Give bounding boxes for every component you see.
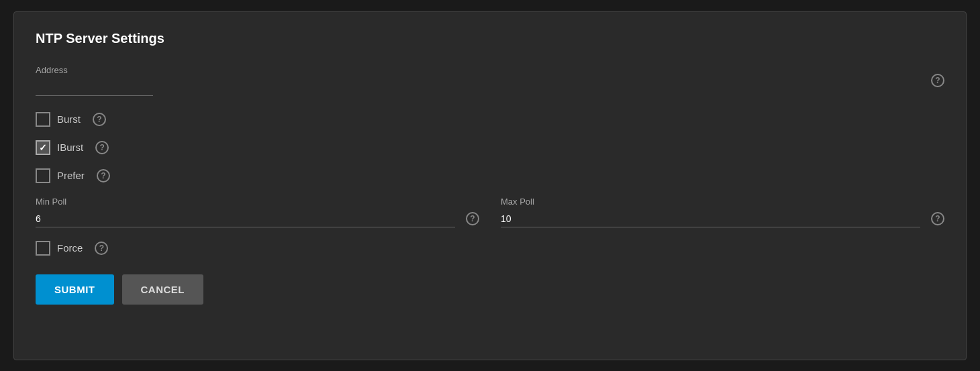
dialog-title: NTP Server Settings [36, 31, 944, 46]
min-poll-label: Min Poll [36, 197, 479, 207]
burst-row: Burst ? [36, 112, 944, 127]
min-poll-field: Min Poll ? [36, 197, 479, 227]
address-label: Address [36, 65, 920, 75]
burst-checkbox[interactable] [36, 112, 50, 127]
address-field-wrapper: Address [36, 65, 920, 96]
force-help-icon[interactable]: ? [95, 242, 108, 255]
prefer-label: Prefer [57, 170, 85, 181]
force-row: Force ? [36, 241, 944, 256]
prefer-checkbox[interactable] [36, 168, 50, 183]
poll-row: Min Poll ? Max Poll ? [36, 197, 944, 227]
iburst-help-icon[interactable]: ? [95, 141, 109, 154]
address-input[interactable] [36, 79, 153, 96]
min-poll-help-icon[interactable]: ? [466, 212, 479, 225]
cancel-button[interactable]: CANCEL [122, 274, 204, 305]
prefer-row: Prefer ? [36, 168, 944, 183]
ntp-server-settings-dialog: NTP Server Settings Address ? Burst ? IB… [13, 11, 967, 360]
burst-label: Burst [57, 113, 81, 125]
force-checkbox[interactable] [36, 241, 50, 256]
max-poll-label: Max Poll [501, 197, 944, 207]
burst-help-icon[interactable]: ? [93, 113, 106, 126]
prefer-help-icon[interactable]: ? [97, 169, 110, 182]
submit-button[interactable]: SUBMIT [36, 274, 114, 305]
max-poll-input-row: ? [501, 211, 944, 227]
address-help-icon[interactable]: ? [931, 74, 944, 87]
iburst-label: IBurst [57, 142, 83, 153]
force-label: Force [57, 242, 83, 254]
button-row: SUBMIT CANCEL [36, 274, 944, 305]
min-poll-input[interactable] [36, 211, 455, 227]
iburst-row: IBurst ? [36, 140, 944, 155]
max-poll-help-icon[interactable]: ? [931, 212, 944, 225]
min-poll-input-row: ? [36, 211, 479, 227]
address-section: Address ? [36, 65, 944, 96]
max-poll-input[interactable] [501, 211, 920, 227]
max-poll-field: Max Poll ? [501, 197, 944, 227]
iburst-checkbox[interactable] [36, 140, 50, 155]
